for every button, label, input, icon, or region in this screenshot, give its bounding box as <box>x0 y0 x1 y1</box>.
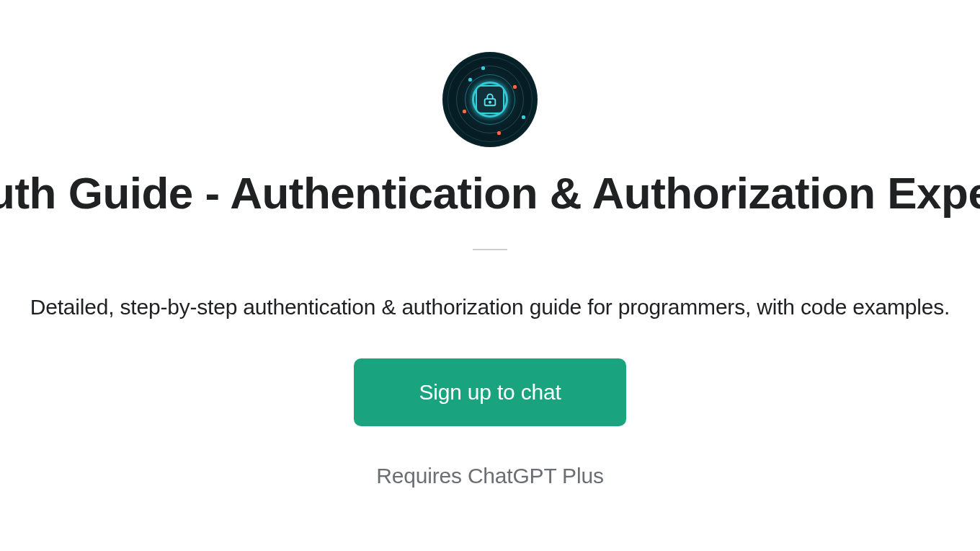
svg-point-1 <box>489 102 491 103</box>
title-divider <box>473 249 507 250</box>
gpt-avatar <box>442 52 538 147</box>
page-title: Auth Guide - Authentication & Authorizat… <box>0 167 980 219</box>
gpt-description: Detailed, step-by-step authentication & … <box>30 295 950 319</box>
requires-note: Requires ChatGPT Plus <box>376 464 603 488</box>
signup-button[interactable]: Sign up to chat <box>354 358 625 426</box>
lock-icon <box>476 85 504 114</box>
